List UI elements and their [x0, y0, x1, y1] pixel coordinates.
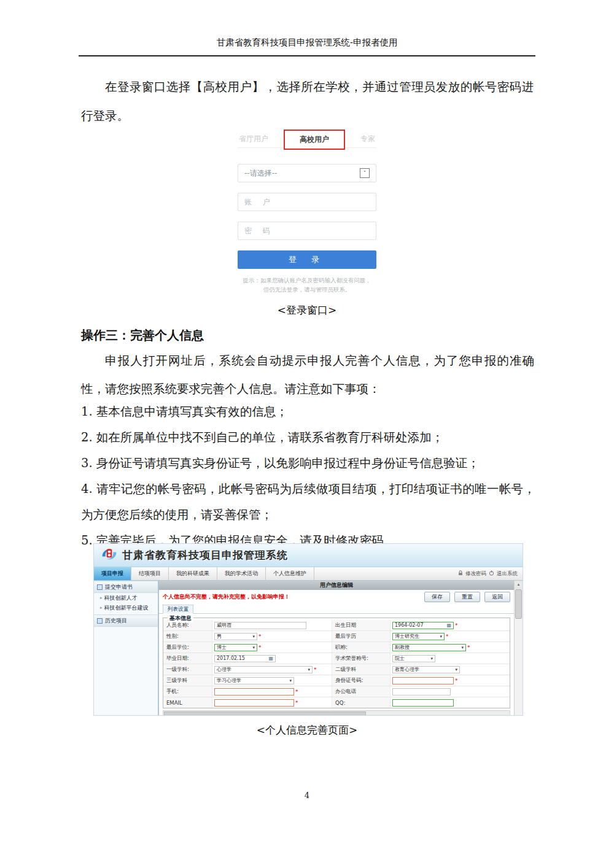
graduation-date-field[interactable]: 2017.02.15▦ [214, 655, 276, 662]
dropdown-arrow-icon: ▾ [430, 656, 433, 661]
required-asterisk: * [258, 645, 262, 651]
notes-list: 1. 基本信息中请填写真实有效的信息； 2. 如在所属单位中找不到自己的单位，请… [81, 399, 535, 554]
scroll-up-icon[interactable]: ▴ [515, 581, 523, 589]
mobile-field-label: 手机: [163, 686, 212, 697]
third-discipline-select-label: 三级学科 [163, 675, 212, 686]
second-discipline-select[interactable]: 教育心理学▾ [392, 666, 460, 673]
birth-date-field-label: 出生日期 [332, 620, 391, 630]
sidebar: 提交申请书 ▸ 科技创新人才 ▸ 科技创新平台建设 历史项目 [94, 581, 159, 715]
document-header-title: 甘肃省教育科技项目申报管理系统-申报者使用 [0, 37, 614, 48]
account-input[interactable]: 账 户 [238, 193, 376, 211]
first-discipline-select-label: 一级学科: [163, 664, 212, 675]
form-row: 一级学科:心理学▾*二级学科教育心理学▾ [163, 664, 510, 675]
form-field-cell: * [212, 686, 332, 697]
office-phone-field[interactable] [392, 688, 451, 696]
first-discipline-select[interactable]: 心理学▾ [214, 666, 313, 673]
vertical-scrollbar[interactable]: ▴ [514, 581, 523, 715]
required-asterisk: * [314, 667, 317, 673]
field-value: 副教授 [395, 644, 410, 651]
form-field-cell: * [212, 697, 332, 708]
dropdown-arrow-icon: ▾ [440, 634, 442, 639]
nav-tab-project-closing[interactable]: 结项项目 [131, 567, 169, 580]
tab-university-user[interactable]: 高校用户 [284, 130, 345, 150]
id-number-field[interactable] [392, 677, 454, 684]
form-row: 最后学位:博士▾*职称:副教授▾* [163, 642, 510, 653]
system-body: 提交申请书 ▸ 科技创新人才 ▸ 科技创新平台建设 历史项目 用户信息编辑 [94, 581, 523, 715]
save-button[interactable]: 保存 [424, 592, 450, 602]
field-value: 院士 [395, 655, 405, 662]
field-value: 博士 [217, 644, 227, 651]
system-title: 甘肃省教育科技项目申报管理系统 [122, 548, 288, 562]
gender-select[interactable]: 男▾ [214, 633, 257, 640]
highest-education-select[interactable]: 博士研究生▾ [392, 633, 445, 640]
school-select-placeholder: --请选择-- [244, 168, 277, 179]
dropdown-arrow-icon: ▾ [252, 645, 255, 650]
horizontal-scrollbar-thumb[interactable] [164, 711, 366, 715]
arrow-icon: ▸ [100, 595, 103, 600]
sidebar-section-title: 提交申请书 [105, 583, 133, 591]
form-field-cell: 副教授▾* [391, 642, 510, 653]
field-value: 博士研究生 [395, 633, 419, 640]
login-hint: 提示：如果您确认账户名及密码输入都没有问题， 但仍无法登录，请与管理员联系。 [238, 276, 376, 294]
form-row: 人员名称:威明霞出生日期1964-02-07▦* [163, 620, 510, 631]
login-hint-line2: 但仍无法登录，请与管理员联系。 [238, 285, 376, 294]
sidebar-item-label: 科技创新平台建设 [104, 604, 149, 612]
calendar-icon[interactable]: ▦ [268, 656, 273, 661]
mobile-field[interactable] [214, 688, 294, 696]
form-field-cell: 威明霞 [212, 620, 332, 630]
sidebar-section-submit-application[interactable]: 提交申请书 [94, 581, 158, 593]
highest-education-select-label: 最后学历 [332, 631, 391, 641]
required-asterisk: * [467, 645, 470, 651]
form-field-cell: 教育心理学▾ [391, 664, 510, 675]
calendar-icon[interactable]: ▦ [446, 622, 451, 628]
logout-link[interactable]: 退出系统 [497, 570, 518, 578]
document-page: 甘肃省教育科技项目申报管理系统-申报者使用 在登录窗口选择【高校用户】，选择所在… [0, 0, 614, 868]
email-field[interactable] [214, 699, 294, 707]
change-password-link[interactable]: 修改密码 [465, 570, 486, 578]
system-logo-icon [100, 546, 119, 565]
list-tab-row: 列表设置 [159, 604, 514, 614]
third-discipline-select[interactable]: 学习心理学▾ [214, 677, 294, 684]
professional-title-select-label: 职称: [332, 642, 391, 653]
password-input[interactable]: 密 码 [238, 222, 376, 240]
school-select[interactable]: --请选择-- ˅ [238, 164, 376, 182]
login-hint-line1: 提示：如果您确认账户名及密码输入都没有问题， [238, 276, 376, 285]
tab-expert[interactable]: 专家 [360, 134, 375, 144]
sidebar-item-innovation-platform[interactable]: ▸ 科技创新平台建设 [94, 603, 158, 613]
professional-title-select[interactable]: 副教授▾ [392, 644, 466, 651]
reset-button[interactable]: 重置 [454, 592, 480, 602]
nav-tab-academic-activities[interactable]: 我的学术活动 [217, 567, 266, 580]
vertical-scrollbar-thumb[interactable] [515, 589, 522, 619]
form-row: 三级学科学习心理学▾身份证号码:* [163, 675, 510, 686]
field-value: 学习心理学 [217, 677, 241, 684]
form-field-cell: 1964-02-07▦* [391, 620, 510, 630]
sidebar-section-history-projects[interactable]: 历史项目 [94, 614, 158, 627]
horizontal-scrollbar[interactable] [163, 710, 510, 715]
graduation-date-field-label: 毕业日期: [163, 653, 212, 664]
birth-date-field[interactable]: 1964-02-07▦ [392, 622, 454, 629]
nav-tab-project-apply[interactable]: 项目申报 [94, 567, 131, 580]
form-field-cell: 男▾* [212, 631, 332, 641]
highest-degree-select[interactable]: 博士▾ [214, 644, 257, 651]
highest-degree-select-label: 最后学位: [163, 642, 212, 653]
dropdown-arrow-icon: ▾ [461, 645, 464, 650]
nav-tab-personal-info[interactable]: 个人信息维护 [266, 567, 314, 580]
required-asterisk: * [295, 700, 298, 706]
nav-tab-research-results[interactable]: 我的科研成果 [169, 567, 217, 580]
login-button[interactable]: 登 录 [238, 250, 376, 269]
form-field-cell: * [391, 675, 510, 686]
navbar-right-group: 修改密码 退出系统 [458, 567, 523, 580]
person-name-field[interactable]: 威明霞 [214, 622, 306, 629]
second-discipline-select-label: 二级学科 [332, 664, 391, 675]
academic-honor-select[interactable]: 院士▾ [392, 655, 435, 662]
field-value: 威明霞 [217, 622, 231, 629]
back-button[interactable]: 返回 [484, 592, 510, 602]
office-phone-field-label: 办公电话 [332, 686, 391, 697]
list-item: 4. 请牢记您的帐号密码，此帐号密码为后续做项目结项，打印结项证书的唯一帐号，为… [81, 476, 535, 528]
sidebar-item-innovation-talent[interactable]: ▸ 科技创新人才 [94, 593, 158, 603]
action-buttons: 保存 重置 返回 [424, 592, 510, 602]
list-settings-tab[interactable]: 列表设置 [163, 605, 193, 614]
qq-field[interactable] [392, 699, 454, 707]
tab-provincial-user[interactable]: 省厅用户 [239, 134, 268, 144]
form-field-cell [391, 686, 510, 697]
